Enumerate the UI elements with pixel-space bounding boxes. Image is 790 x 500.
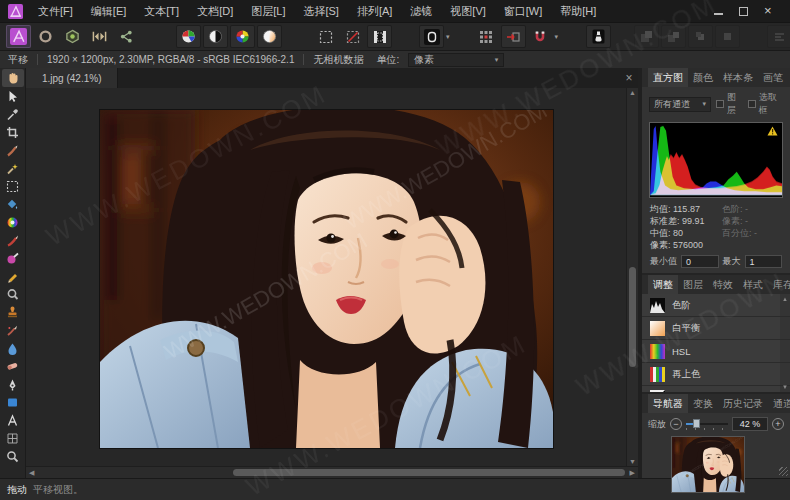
colour-replacement-tool[interactable] — [2, 249, 24, 267]
flood-select-tool[interactable] — [2, 159, 24, 177]
tab-swatches[interactable]: 样本条 — [718, 68, 758, 87]
auto-levels-button[interactable] — [176, 25, 201, 48]
minimize-button[interactable] — [714, 8, 723, 15]
menu-arrange[interactable]: 排列[A] — [348, 0, 401, 22]
vertical-scrollbar[interactable]: ▲ ▼ — [626, 88, 638, 466]
layer-checkbox[interactable]: 图层 — [716, 91, 743, 117]
tab-transform[interactable]: 变换 — [688, 394, 718, 413]
vertical-scroll-thumb[interactable] — [629, 267, 636, 367]
panel-resize-grip[interactable] — [779, 467, 788, 476]
tab-colour[interactable]: 颜色 — [688, 68, 718, 87]
slider-thumb[interactable] — [693, 419, 700, 428]
zoom-slider[interactable] — [686, 418, 728, 430]
zoom-out-button[interactable]: − — [670, 418, 682, 430]
clipping-warning-icon[interactable] — [767, 126, 778, 136]
scroll-up-icon[interactable]: ▲ — [626, 88, 639, 97]
view-tool[interactable] — [2, 69, 24, 87]
mesh-warp-tool[interactable] — [2, 429, 24, 447]
navigator-thumbnail[interactable] — [672, 437, 744, 492]
snapping-caret-icon[interactable]: ▾ — [555, 33, 559, 41]
tab-stock[interactable]: 库存 — [768, 275, 790, 294]
adjustments-scrollbar[interactable]: ▲ ▼ — [780, 294, 790, 392]
clone-stamp-tool[interactable] — [2, 303, 24, 321]
auto-white-balance-button[interactable] — [257, 25, 282, 48]
crop-tool[interactable] — [2, 123, 24, 141]
mask-mode-button[interactable] — [419, 25, 444, 48]
export-persona-button[interactable] — [114, 25, 139, 48]
shape-tool[interactable] — [2, 393, 24, 411]
horizontal-scroll-thumb[interactable] — [233, 469, 625, 476]
scroll-up-icon[interactable]: ▲ — [782, 296, 788, 302]
snapping-button[interactable] — [528, 25, 553, 48]
list-item-recolor[interactable]: 再上色 — [642, 363, 790, 386]
menu-filters[interactable]: 滤镜 — [401, 0, 441, 22]
develop-persona-button[interactable] — [60, 25, 85, 48]
tab-adjustments[interactable]: 调整 — [648, 275, 678, 294]
menu-window[interactable]: 窗口[W] — [495, 0, 552, 22]
smudge-tool[interactable] — [2, 285, 24, 303]
tab-history[interactable]: 历史记录 — [718, 394, 768, 413]
tab-layers[interactable]: 图层 — [678, 275, 708, 294]
scroll-down-icon[interactable]: ▼ — [782, 384, 788, 390]
unit-dropdown[interactable]: 像素 ▾ — [408, 53, 504, 67]
paint-brush-tool[interactable] — [2, 231, 24, 249]
selection-brush-tool[interactable] — [2, 141, 24, 159]
menu-document[interactable]: 文档[D] — [188, 0, 242, 22]
menu-layer[interactable]: 图层[L] — [242, 0, 294, 22]
mask-mode-caret-icon[interactable]: ▾ — [446, 33, 450, 41]
list-item-levels[interactable]: 色阶 — [642, 294, 790, 317]
menu-select[interactable]: 选择[S] — [294, 0, 347, 22]
menu-edit[interactable]: 编辑[E] — [82, 0, 135, 22]
marquee-checkbox[interactable]: 选取框 — [748, 91, 783, 117]
menu-help[interactable]: 帮助[H] — [551, 0, 605, 22]
menu-text[interactable]: 文本[T] — [135, 0, 188, 22]
scroll-right-icon[interactable]: ▶ — [627, 468, 638, 478]
max-input[interactable]: 1 — [745, 255, 783, 268]
list-item-white-balance[interactable]: 白平衡 — [642, 317, 790, 340]
tab-channels[interactable]: 通道 — [768, 394, 790, 413]
menu-view[interactable]: 视图[V] — [441, 0, 494, 22]
move-tool[interactable] — [2, 87, 24, 105]
marquee-tool[interactable] — [2, 177, 24, 195]
deselect-button[interactable] — [340, 25, 365, 48]
scroll-down-icon[interactable]: ▼ — [626, 457, 639, 466]
pixel-tool[interactable] — [2, 267, 24, 285]
grid-toggle-button[interactable] — [474, 25, 499, 48]
horizontal-scrollbar[interactable]: ◀ ▶ — [26, 466, 638, 478]
tab-effects[interactable]: 特效 — [708, 275, 738, 294]
tab-navigator[interactable]: 导航器 — [648, 394, 688, 413]
canvas[interactable] — [26, 88, 626, 466]
move-by-whole-pixels-button[interactable] — [501, 25, 526, 48]
tab-styles[interactable]: 样式 — [738, 275, 768, 294]
min-input[interactable]: 0 — [681, 255, 719, 268]
tab-brushes[interactable]: 画笔 — [758, 68, 788, 87]
blur-tool[interactable] — [2, 339, 24, 357]
scroll-left-icon[interactable]: ◀ — [26, 468, 37, 478]
color-picker-tool[interactable] — [2, 105, 24, 123]
menu-file[interactable]: 文件[F] — [29, 0, 82, 22]
photo-persona-button[interactable] — [6, 25, 31, 48]
gradient-tool[interactable] — [2, 213, 24, 231]
tone-mapping-persona-button[interactable] — [87, 25, 112, 48]
close-button[interactable]: × — [764, 6, 774, 16]
assistant-button[interactable] — [586, 25, 611, 48]
liquify-persona-button[interactable] — [33, 25, 58, 48]
pen-tool[interactable] — [2, 375, 24, 393]
tab-histogram[interactable]: 直方图 — [648, 68, 688, 87]
tab-close-icon[interactable]: × — [620, 68, 638, 88]
flood-fill-tool[interactable] — [2, 195, 24, 213]
invert-selection-button[interactable] — [367, 25, 392, 48]
auto-colour-button[interactable] — [230, 25, 255, 48]
select-all-button[interactable] — [313, 25, 338, 48]
maximize-button[interactable] — [739, 7, 748, 16]
list-item-hsl[interactable]: HSL — [642, 340, 790, 363]
document-tab[interactable]: 1.jpg (42.1%) — [26, 68, 118, 88]
healing-brush-tool[interactable] — [2, 321, 24, 339]
auto-contrast-button[interactable] — [203, 25, 228, 48]
zoom-tool[interactable] — [2, 447, 24, 465]
zoom-value-input[interactable]: 42 % — [732, 417, 768, 431]
channel-dropdown[interactable]: 所有通道 ▾ — [649, 97, 711, 112]
erase-tool[interactable] — [2, 357, 24, 375]
zoom-in-button[interactable]: + — [772, 418, 784, 430]
text-tool[interactable] — [2, 411, 24, 429]
